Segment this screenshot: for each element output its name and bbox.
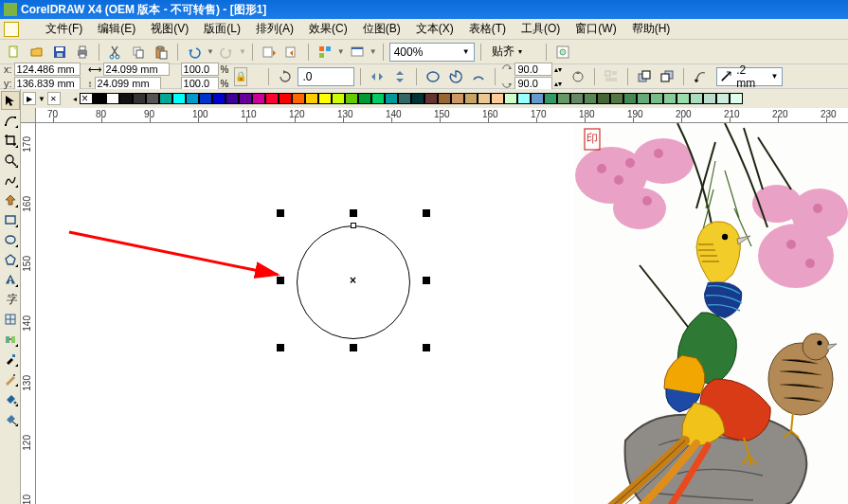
menu-window[interactable]: 窗口(W) [568,19,623,39]
menu-table[interactable]: 表格(T) [461,19,514,39]
copy-button[interactable] [128,42,149,63]
snap-dropdown[interactable]: 贴齐 ▾ [487,43,540,62]
outline-tool[interactable] [1,369,20,388]
open-button[interactable] [27,42,47,63]
menu-tools[interactable]: 工具(O) [514,19,568,39]
menu-arrange[interactable]: 排列(A) [248,19,301,39]
selection-handle-e[interactable] [423,277,430,284]
start-angle-input[interactable]: 90.0 [514,63,552,76]
swatch-none[interactable] [80,93,93,104]
swatch-color[interactable] [716,93,730,104]
ellipse-tool[interactable] [1,230,20,249]
launcher-dropdown[interactable]: ▼ [337,47,345,56]
convert-curves-button[interactable] [690,66,711,87]
swatch-color[interactable] [398,93,411,104]
swatch-color[interactable] [199,93,212,104]
options-button[interactable] [552,42,573,63]
swatch-color[interactable] [212,93,226,104]
ruler-horizontal[interactable]: 7080901001101201301401501601701801902002… [36,108,848,123]
zoom-tool[interactable] [1,151,20,170]
swatch-color[interactable] [305,93,318,104]
play-button[interactable]: ▶ [23,92,36,105]
to-front-button[interactable] [634,66,655,87]
paste-button[interactable] [151,42,171,63]
mirror-vertical-button[interactable] [389,66,410,87]
rotation-input[interactable] [298,67,354,86]
direction-button[interactable] [568,66,588,87]
selection-handle-sw[interactable] [277,344,284,351]
swatch-color[interactable] [663,93,677,104]
ellipse-node[interactable] [351,223,356,228]
menu-file[interactable]: 文件(F) [38,19,90,39]
swatch-color[interactable] [106,93,119,104]
menu-layout[interactable]: 版面(L) [196,19,248,39]
swatch-color[interactable] [491,93,504,104]
rectangle-tool[interactable] [1,210,20,229]
swatch-color[interactable] [570,93,584,104]
selection-handle-ne[interactable] [423,209,430,217]
swatch-color[interactable] [438,93,451,104]
menu-effects[interactable]: 效果(C) [301,19,355,39]
swatch-color[interactable] [332,93,345,104]
redo-dropdown[interactable]: ▼ [239,47,246,56]
swatch-color[interactable] [226,93,239,104]
swatch-color[interactable] [517,93,531,104]
canvas[interactable]: 110120130140150160170 × [21,123,848,504]
swatch-color[interactable] [677,93,690,104]
mirror-horizontal-button[interactable] [367,66,388,87]
palette-scroll-left[interactable]: ◂ [70,93,80,104]
scale-y-input[interactable]: 100.0 [181,77,219,90]
swatch-color[interactable] [451,93,464,104]
swatch-color[interactable] [637,93,650,104]
pick-tool[interactable] [1,91,20,110]
polygon-tool[interactable] [1,250,20,269]
save-button[interactable] [49,42,70,63]
swatch-color[interactable] [239,93,252,104]
ruler-vertical[interactable]: 110120130140150160170 [21,123,36,504]
selection-handle-n[interactable] [350,209,357,217]
wrap-text-button[interactable] [601,66,622,87]
swatch-color[interactable] [186,93,199,104]
selection-handle-w[interactable] [277,277,284,284]
swatch-color[interactable] [252,93,265,104]
new-button[interactable] [4,42,25,63]
swatch-color[interactable] [411,93,424,104]
end-angle-input[interactable]: 90.0 [514,77,552,90]
eyedropper-tool[interactable] [1,350,20,369]
swatch-color[interactable] [159,93,172,104]
swatch-color[interactable] [279,93,292,104]
redo-button[interactable] [216,42,237,63]
menu-help[interactable]: 帮助(H) [624,19,678,39]
y-position-input[interactable]: 136.839 mm [14,77,81,90]
export-button[interactable] [281,42,302,63]
swatch-color[interactable] [584,93,597,104]
swatch-color[interactable] [703,93,716,104]
selection-center[interactable]: × [350,274,356,287]
swatch-color[interactable] [597,93,610,104]
height-input[interactable]: 24.099 mm [95,77,161,90]
fill-tool[interactable] [1,389,20,408]
swatch-color[interactable] [385,93,398,104]
welcome-dropdown[interactable]: ▼ [370,47,377,56]
zoom-dropdown[interactable]: 400% ▼ [389,43,475,62]
swatch-color[interactable] [345,93,358,104]
menu-edit[interactable]: 编辑(E) [90,19,143,39]
swatch-color[interactable] [730,93,743,104]
table-tool[interactable] [1,310,20,329]
cut-button[interactable] [105,42,126,63]
spinner[interactable]: ▴▾ [554,80,562,88]
swatch-color[interactable] [650,93,663,104]
menu-view[interactable]: 视图(V) [143,19,196,39]
nav-dropdown[interactable]: ▼ [38,95,45,103]
x-position-input[interactable]: 124.486 mm [14,63,81,76]
swatch-color[interactable] [146,93,159,104]
menu-bitmaps[interactable]: 位图(B) [355,19,408,39]
width-input[interactable]: 24.099 mm [103,63,170,76]
crop-tool[interactable] [1,131,20,150]
swatch-color[interactable] [133,93,146,104]
pie-icon[interactable] [445,66,466,87]
app-launcher-button[interactable] [315,42,335,63]
swatch-color[interactable] [172,93,186,104]
ellipse-icon[interactable] [423,66,443,87]
selection-handle-nw[interactable] [277,209,284,217]
